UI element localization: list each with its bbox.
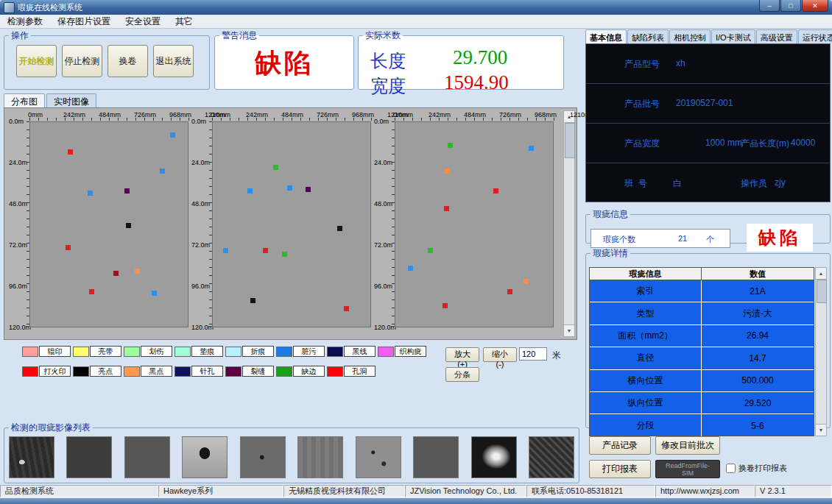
roll-print-checkbox[interactable]: [726, 464, 736, 473]
defect-point[interactable]: [306, 187, 311, 192]
view-tab-2[interactable]: 实时图像: [46, 93, 96, 107]
split-button[interactable]: 分条: [445, 367, 479, 382]
detail-row-4[interactable]: 直径14.7: [590, 347, 814, 369]
operation-button-4[interactable]: 退出系统: [153, 45, 194, 77]
chart-scrollbar[interactable]: ▲ ▼: [563, 110, 575, 337]
defect-point[interactable]: [247, 188, 253, 194]
scroll-thumb[interactable]: [565, 123, 575, 158]
defect-point[interactable]: [408, 266, 413, 271]
defect-point[interactable]: [66, 245, 71, 250]
detail-row-5[interactable]: 横向位置500.000: [590, 370, 814, 392]
defect-point[interactable]: [273, 165, 278, 170]
defect-image-6[interactable]: [297, 436, 343, 478]
legend-swatch: [174, 366, 191, 377]
menu-item-4[interactable]: 其它: [168, 15, 200, 28]
defect-point[interactable]: [287, 185, 292, 191]
product-record-button[interactable]: 产品记录: [589, 436, 651, 455]
defect-image-2[interactable]: [66, 436, 112, 478]
defect-image-9[interactable]: [471, 436, 517, 478]
defect-point[interactable]: [529, 146, 534, 151]
detail-row-7[interactable]: 分段5-6: [590, 414, 814, 436]
operation-button-1[interactable]: 开始检测: [16, 45, 57, 77]
defect-image-10[interactable]: [529, 436, 574, 478]
defect-point[interactable]: [152, 291, 157, 296]
zoom-in-button[interactable]: 放大(+): [445, 347, 479, 362]
detail-key: 面积（mm2）: [590, 325, 702, 347]
defect-point[interactable]: [135, 269, 140, 274]
defect-image-8[interactable]: [413, 436, 459, 478]
modify-batch-button[interactable]: 修改目前批次: [655, 436, 720, 455]
scroll-down-icon[interactable]: ▼: [564, 324, 574, 336]
detail-scroll-down-icon[interactable]: ▼: [816, 424, 826, 436]
detail-row-3[interactable]: 面积（mm2）26.94: [590, 325, 814, 347]
detail-row-1[interactable]: 索引21A: [590, 280, 814, 302]
menu-item-2[interactable]: 保存图片设置: [50, 15, 118, 28]
detail-row-2[interactable]: 类型污渍-大: [590, 302, 814, 324]
defect-point[interactable]: [89, 289, 94, 294]
right-tab-6[interactable]: 运行状态信息: [798, 29, 832, 43]
view-tab-1[interactable]: 分布图: [4, 93, 45, 107]
detail-scrollbar[interactable]: ▲ ▼: [815, 267, 827, 436]
detail-value: 500.000: [702, 370, 814, 391]
defect-point[interactable]: [282, 252, 287, 257]
close-button[interactable]: ✕: [802, 0, 828, 12]
operation-button-2[interactable]: 停止检测: [62, 45, 102, 77]
defect-point[interactable]: [88, 191, 93, 196]
menu-item-3[interactable]: 安全设置: [118, 15, 168, 28]
titlebar: 瑕疵在线检测系统 – □ ✕: [0, 0, 832, 15]
legend-label: 裂缝: [242, 366, 274, 377]
defect-point[interactable]: [443, 303, 448, 308]
status-segment-3: 无锡精质视觉科技有限公司: [283, 485, 405, 497]
defect-point[interactable]: [263, 248, 268, 253]
right-tab-3[interactable]: 相机控制: [669, 29, 711, 43]
defect-point[interactable]: [160, 168, 165, 174]
distribution-chart: ▲ ▼ 0mm242mm484mm726mm968mm1210mm0.0m24.…: [4, 107, 577, 340]
defect-point[interactable]: [113, 271, 119, 276]
defect-point[interactable]: [223, 248, 228, 253]
defect-point[interactable]: [126, 223, 131, 228]
defect-point[interactable]: [68, 149, 73, 155]
menu-item-1[interactable]: 检测参数: [0, 15, 50, 28]
right-tab-1[interactable]: 基本信息: [585, 29, 627, 43]
right-tab-5[interactable]: 高级设置: [756, 29, 797, 43]
right-tab-2[interactable]: 缺陷列表: [627, 29, 669, 43]
detail-key: 类型: [590, 302, 702, 324]
defect-point[interactable]: [448, 143, 453, 148]
detail-row-6[interactable]: 纵向位置29.520: [590, 392, 814, 414]
defect-point[interactable]: [507, 289, 512, 294]
defect-detail-group-label: 瑕疵详情: [590, 247, 630, 260]
defect-image-4[interactable]: [182, 436, 228, 478]
zoom-out-button[interactable]: 缩小(-): [483, 347, 517, 362]
legend-item: 针孔: [174, 366, 225, 377]
defect-point[interactable]: [250, 298, 255, 303]
defect-point[interactable]: [344, 306, 349, 311]
shift-operator-row: 班 号 白 操作员 zjy: [586, 163, 830, 202]
defect-point[interactable]: [445, 168, 450, 174]
defect-point[interactable]: [428, 248, 433, 253]
defect-point[interactable]: [493, 188, 498, 194]
minimize-button[interactable]: –: [759, 0, 780, 12]
legend-swatch: [22, 366, 38, 377]
defect-point[interactable]: [124, 188, 130, 194]
defect-point[interactable]: [444, 206, 449, 211]
scale-input[interactable]: [519, 347, 547, 361]
detail-scroll-up-icon[interactable]: ▲: [816, 268, 826, 280]
product-width-value: 1000 mm: [705, 138, 742, 148]
product-model-row: 产品型号 xh: [586, 44, 830, 84]
defect-image-7[interactable]: [356, 436, 401, 478]
operator-value: zjy: [775, 177, 786, 188]
defect-point[interactable]: [337, 226, 342, 231]
defect-image-3[interactable]: [124, 436, 170, 478]
defect-point[interactable]: [523, 279, 529, 284]
maximize-button[interactable]: □: [780, 0, 801, 12]
window-title: 瑕疵在线检测系统: [18, 2, 82, 13]
y-tick-label: 96.0m: [191, 283, 210, 290]
read-from-file-button[interactable]: ReadFromFile-SIM: [655, 460, 720, 478]
defect-image-5[interactable]: [240, 436, 286, 478]
detail-scroll-thumb[interactable]: [817, 280, 827, 303]
operation-button-3[interactable]: 换卷: [107, 45, 148, 77]
right-tab-4[interactable]: I/O卡测试: [711, 29, 755, 43]
defect-point[interactable]: [170, 132, 175, 138]
print-report-button[interactable]: 打印报表: [589, 460, 651, 478]
defect-image-1[interactable]: [9, 436, 54, 478]
